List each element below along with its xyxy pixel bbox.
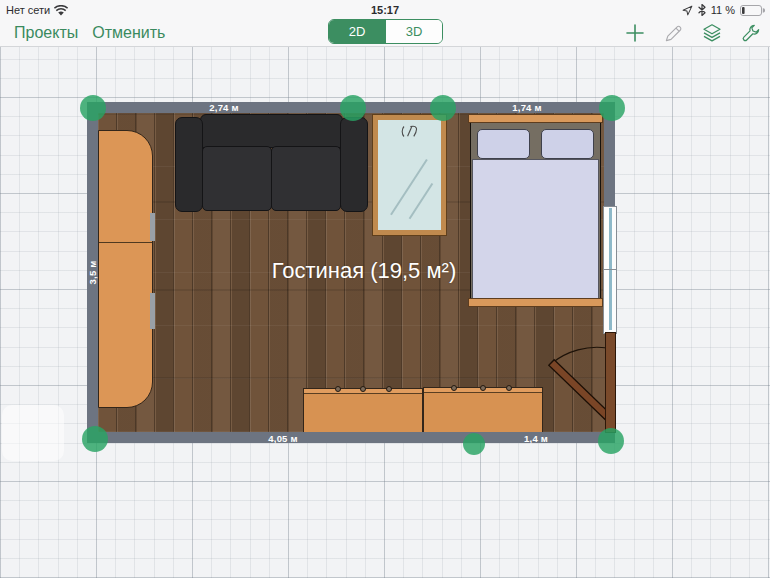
- dimension-label-top-left: 2,74 м: [199, 102, 249, 113]
- cancel-button[interactable]: Отменить: [92, 24, 165, 42]
- wardrobe-divider: [99, 242, 152, 243]
- view-mode-toggle[interactable]: 2D 3D: [328, 19, 443, 44]
- wardrobe-handle: [150, 213, 155, 241]
- sofa-cushion: [271, 146, 341, 211]
- tab-2d[interactable]: 2D: [329, 20, 385, 43]
- wall-handle[interactable]: [430, 95, 456, 121]
- sofa[interactable]: [175, 114, 368, 212]
- sofa-armrest: [175, 117, 203, 212]
- double-bed[interactable]: [468, 114, 603, 307]
- dresser[interactable]: [423, 387, 543, 434]
- wall-handle[interactable]: [463, 433, 485, 455]
- wall-handle[interactable]: [82, 426, 108, 452]
- layers-button[interactable]: [702, 23, 722, 43]
- wrench-icon[interactable]: [741, 24, 760, 43]
- bed-mattress: [472, 159, 599, 303]
- mirror-symbol-icon: [399, 125, 421, 143]
- pillow: [477, 129, 530, 159]
- room-name-label: Гостиная (19,5 м²): [256, 258, 472, 284]
- dimension-label-top-right: 1,74 м: [502, 102, 552, 113]
- tab-3d[interactable]: 3D: [385, 20, 442, 43]
- dresser-knob: [480, 385, 486, 391]
- wardrobe[interactable]: [98, 130, 153, 408]
- window[interactable]: [603, 206, 617, 334]
- sofa-armrest: [340, 117, 368, 212]
- dresser-knob: [386, 386, 392, 392]
- window-divider: [604, 269, 616, 270]
- sofa-back: [200, 114, 343, 148]
- bed-headboard: [468, 114, 603, 123]
- toolbar: Проекты Отменить 2D 3D: [0, 20, 770, 47]
- dresser-knob: [451, 385, 457, 391]
- dimension-label-left: 3,5 м: [87, 252, 98, 293]
- pillow: [541, 129, 594, 159]
- wardrobe-handle: [150, 293, 155, 329]
- dimension-label-bottom-right: 1,4 м: [516, 433, 556, 444]
- wall-handle[interactable]: [340, 95, 366, 121]
- dresser-knob: [360, 386, 366, 392]
- door[interactable]: [605, 332, 616, 433]
- floorplan-canvas[interactable]: Гостиная (19,5 м²): [0, 47, 770, 578]
- sofa-cushion: [202, 146, 272, 211]
- dresser[interactable]: [303, 388, 423, 434]
- mirror-reflection: [409, 183, 433, 219]
- bed-footboard: [468, 298, 603, 307]
- mirror[interactable]: [373, 115, 446, 235]
- canvas-overlay-blob: [2, 405, 64, 461]
- pencil-icon[interactable]: [664, 24, 683, 43]
- clock: 15:17: [0, 4, 770, 16]
- dresser-knob: [335, 386, 341, 392]
- wall-handle[interactable]: [598, 428, 624, 454]
- dresser-knob: [506, 385, 512, 391]
- add-item-button[interactable]: [625, 23, 645, 43]
- wall-handle[interactable]: [599, 95, 625, 121]
- wall-handle[interactable]: [80, 95, 106, 121]
- projects-button[interactable]: Проекты: [14, 24, 78, 42]
- dimension-label-bottom-left: 4,05 м: [258, 433, 308, 444]
- mirror-reflection: [390, 159, 427, 215]
- status-bar: Нет сети 15:17 11 %: [0, 0, 770, 20]
